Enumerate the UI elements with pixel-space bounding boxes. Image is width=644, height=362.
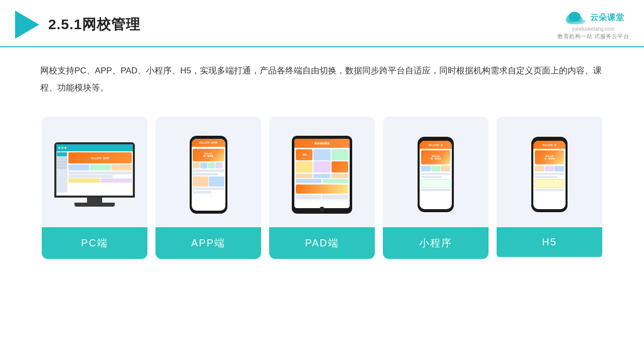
cards-container: 职达人的第一堂网课 [0, 102, 644, 274]
logo-text: 云朵课堂 [590, 13, 624, 23]
logo-cloud: 云朵课堂 [562, 9, 624, 26]
pc-monitor: 职达人的第一堂网课 [54, 142, 135, 198]
logo-tagline-2: 式服务云平台 [594, 33, 629, 40]
miniapp-phone-mockup: 职达人的第一堂 职达人的第一堂网课 [418, 137, 454, 212]
app-phone-mockup: 职达人的第一堂网课 职达人的第一堂网课 [190, 136, 227, 214]
h5-phone-mockup: 职达人的第一堂 职达人的第一堂网课 [531, 137, 568, 212]
header-left: 2.5.1网校管理 [15, 11, 140, 39]
pad-tablet-mockup: 网校课程管理 课程 [292, 136, 352, 214]
play-icon [15, 11, 39, 39]
header: 2.5.1网校管理 云朵课堂 yunduoketang.com 教育机构一站 式… [0, 0, 644, 47]
pc-mockup: 职达人的第一堂网课 [52, 142, 137, 207]
card-image-h5: 职达人的第一堂 职达人的第一堂网课 [497, 117, 602, 227]
card-label-miniapp: 小程序 [383, 227, 489, 259]
card-app: 职达人的第一堂网课 职达人的第一堂网课 [155, 117, 261, 259]
page-title: 2.5.1网校管理 [48, 15, 140, 34]
card-image-pc: 职达人的第一堂网课 [42, 117, 147, 227]
card-label-app: APP端 [155, 227, 261, 259]
card-label-h5: H5 [497, 227, 602, 257]
card-miniapp: 职达人的第一堂 职达人的第一堂网课 [383, 117, 489, 259]
logo-tagline-1: 教育机构一站 [557, 33, 592, 40]
cloud-icon [562, 9, 587, 26]
card-image-app: 职达人的第一堂网课 职达人的第一堂网课 [155, 117, 261, 227]
description: 网校支持PC、APP、PAD、小程序、H5，实现多端打通，产品各终端自由切换，数… [0, 47, 644, 102]
card-pc: 职达人的第一堂网课 [42, 117, 147, 259]
card-label-pad: PAD端 [269, 227, 375, 259]
logo-url: yunduoketang.com [572, 26, 615, 32]
card-h5: 职达人的第一堂 职达人的第一堂网课 [497, 117, 602, 259]
card-image-miniapp: 职达人的第一堂 职达人的第一堂网课 [383, 117, 489, 227]
logo-area: 云朵课堂 yunduoketang.com 教育机构一站 式服务云平台 [557, 9, 629, 40]
card-pad: 网校课程管理 课程 [269, 117, 375, 259]
card-label-pc: PC端 [42, 227, 147, 259]
description-text: 网校支持PC、APP、PAD、小程序、H5，实现多端打通，产品各终端自由切换，数… [40, 62, 604, 97]
card-image-pad: 网校课程管理 课程 [269, 117, 375, 227]
